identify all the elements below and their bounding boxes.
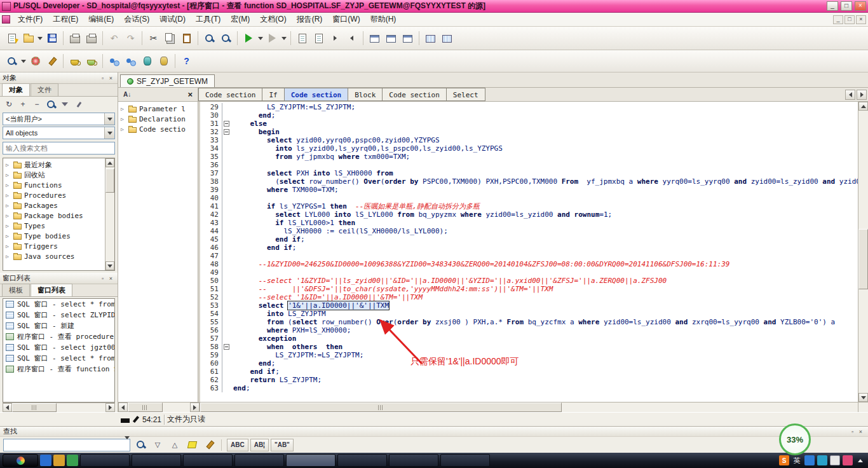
panel-float-icon[interactable]: ▫ — [848, 428, 857, 436]
scroll-track[interactable] — [200, 403, 858, 412]
line-number[interactable]: 38 — [200, 177, 222, 186]
section-tab[interactable]: Code section — [382, 88, 446, 101]
expand-icon[interactable]: ▷ — [6, 172, 11, 178]
code-line[interactable]: 38 (select row_number() Over(order by PS… — [200, 177, 858, 186]
code-line[interactable]: 40 — [200, 194, 858, 202]
window-list-item[interactable]: SQL 窗口 - select * from sf — [3, 299, 114, 310]
code-line[interactable]: 37 select PXH into lS_XH0000 from — [200, 169, 858, 177]
new-sql-window-button[interactable] — [383, 31, 399, 46]
edit-source-button[interactable] — [44, 53, 60, 69]
code-line[interactable]: 51 -- ||'&DFSJ='||to_char(sysdate,'yyyyM… — [200, 285, 858, 293]
sort-icon[interactable]: A↓ — [123, 91, 131, 98]
find-execute-button[interactable] — [133, 439, 147, 451]
filter-icon[interactable] — [60, 99, 70, 109]
find-option-button[interactable]: "AB" — [271, 439, 294, 451]
line-number[interactable]: 44 — [200, 227, 222, 235]
expand-icon[interactable]: ▷ — [6, 254, 11, 259]
scroll-thumb[interactable] — [12, 403, 57, 412]
tree-item[interactable]: ▷Type bodies — [3, 231, 105, 241]
code-line[interactable]: 35 from yf_jpmxbq where txm000=TXM; — [200, 153, 858, 161]
window-list-item[interactable]: 程序窗口 - 查看 function SD — [3, 364, 114, 375]
profile-button[interactable] — [83, 53, 99, 69]
code-line[interactable]: 56 where PXH=lS_XH0000; — [200, 326, 858, 334]
mdi-close-button[interactable]: × — [856, 15, 866, 24]
start-button[interactable] — [3, 454, 38, 467]
line-number[interactable]: 59 — [200, 351, 222, 359]
line-number[interactable]: 48 — [200, 260, 222, 268]
code-line[interactable]: 44 lS_XH0000 := ceil(lS_XH0000/ls_LYL000… — [200, 227, 858, 235]
window-list-item[interactable]: 程序窗口 - 查看 procedure S — [3, 331, 114, 342]
menu-item[interactable]: 编辑(E) — [83, 12, 119, 27]
task-button[interactable] — [337, 454, 387, 467]
print-setup-button[interactable] — [83, 31, 99, 46]
document-tab[interactable]: SF_ZYJP_GETEWM — [120, 74, 215, 87]
accelerator-ball[interactable]: 33% — [779, 423, 811, 455]
line-number[interactable]: 62 — [200, 376, 222, 384]
scroll-track[interactable] — [105, 167, 114, 261]
indent-button[interactable] — [327, 31, 343, 46]
menu-item[interactable]: 报告(R) — [292, 12, 328, 27]
line-number[interactable]: 61 — [200, 368, 222, 376]
tab-scroll-left-button[interactable] — [845, 90, 855, 100]
new-program-window-button[interactable] — [367, 31, 383, 46]
cut-button[interactable]: ✂ — [146, 31, 161, 46]
code-line[interactable]: 61 end if; — [200, 368, 858, 376]
refresh-icon[interactable]: ↻ — [4, 99, 14, 109]
expand-icon[interactable]: ▷ — [6, 193, 11, 198]
line-number[interactable]: 63 — [200, 384, 222, 392]
mdi-minimize-button[interactable]: _ — [833, 15, 843, 24]
new-report-window-button[interactable] — [400, 31, 416, 46]
close-contents-icon[interactable]: × — [187, 90, 193, 99]
break-dropdown[interactable] — [281, 31, 287, 46]
find-option-button[interactable]: AB¦ — [250, 439, 269, 451]
import-button[interactable] — [156, 53, 172, 69]
scroll-right-button[interactable] — [190, 403, 200, 412]
language-indicator[interactable]: 英 — [792, 455, 802, 465]
highlight-button[interactable] — [185, 439, 199, 451]
plsql-button[interactable] — [123, 53, 139, 69]
user-scope-dropdown[interactable] — [104, 113, 114, 125]
tab-window-list[interactable]: 窗口列表 — [31, 284, 72, 296]
find-down-button[interactable]: ▽ — [151, 439, 165, 451]
expand-icon[interactable]: ▷ — [6, 162, 11, 168]
line-number[interactable]: 53 — [200, 301, 222, 310]
expand-icon[interactable]: ▷ — [121, 106, 126, 112]
line-number[interactable]: 35 — [200, 153, 222, 161]
scroll-thumb[interactable] — [128, 403, 163, 412]
fold-toggle-icon[interactable] — [224, 121, 229, 127]
fold-toggle-icon[interactable] — [224, 129, 229, 135]
tree-item[interactable]: ▷Triggers — [3, 241, 105, 251]
find-up-button[interactable]: △ — [168, 439, 182, 451]
new-button[interactable] — [4, 31, 20, 46]
contents-item[interactable]: ▷Declaration — [118, 114, 198, 124]
tab-templates[interactable]: 模板 — [2, 284, 30, 296]
scroll-up-button[interactable] — [105, 158, 114, 167]
line-number[interactable]: 46 — [200, 244, 222, 252]
export-button[interactable] — [139, 53, 155, 69]
compile-button[interactable] — [27, 53, 43, 69]
expand-icon[interactable]: ▷ — [6, 182, 11, 188]
line-number[interactable]: 57 — [200, 334, 222, 343]
task-button[interactable] — [389, 454, 438, 467]
code-line[interactable]: 48 --1&ZYID00=246250&ID0000=10096388&YZI… — [200, 260, 858, 268]
toolbox-icon[interactable] — [843, 455, 853, 465]
window-list-item[interactable]: SQL 窗口 - select * from zy — [3, 353, 114, 364]
quick-launch-media-icon[interactable] — [67, 455, 78, 466]
line-number[interactable]: 42 — [200, 210, 222, 219]
code-line[interactable]: 31 else — [200, 120, 858, 128]
code-line[interactable]: 43 if lS_LYL000>1 then — [200, 219, 858, 227]
code-line[interactable]: 57 exception — [200, 334, 858, 343]
code-line[interactable]: 53 select '1&'||a.ID0000||'&'||TXM — [200, 301, 858, 310]
code-line[interactable]: 33 select yzid00,yyrq00,pspc00,zyid00,YZ… — [200, 136, 858, 144]
pin-icon[interactable] — [74, 99, 84, 109]
tree-item[interactable]: ▷最近对象 — [3, 160, 105, 170]
task-button[interactable] — [80, 454, 130, 467]
open-dropdown[interactable] — [37, 31, 43, 46]
line-number[interactable]: 37 — [200, 169, 222, 177]
tree-item[interactable]: ▷Packages — [3, 200, 105, 210]
session-button[interactable] — [106, 53, 122, 69]
line-number[interactable]: 55 — [200, 318, 222, 326]
menu-item[interactable]: 工具(T) — [191, 12, 226, 27]
scroll-right-button[interactable] — [105, 403, 115, 412]
close-button[interactable]: × — [855, 1, 866, 11]
